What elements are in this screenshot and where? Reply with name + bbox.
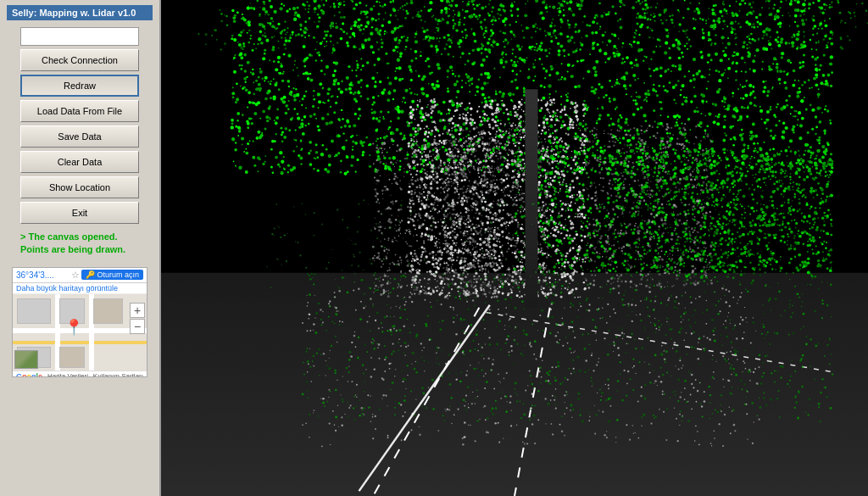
left-panel: Selly: Mapping w. Lidar v1.0 Check Conne… <box>0 0 161 496</box>
check-connection-button[interactable]: Check Connection <box>20 49 139 71</box>
clear-data-button[interactable]: Clear Data <box>20 151 139 173</box>
map-larger-link[interactable]: Daha büyük haritayı görüntüle <box>13 283 147 294</box>
map-data-label: Harita Verileri <box>47 372 88 377</box>
exit-button[interactable]: Exit <box>20 202 139 224</box>
map-thumbnail <box>14 350 38 369</box>
redraw-button[interactable]: Redraw <box>20 75 139 97</box>
map-zoom-controls: + − <box>130 303 145 334</box>
map-widget: 36°34'3.... ☆ 🔑 Oturum açın Daha büyük h… <box>12 267 147 377</box>
map-footer: Google Harita Verileri Kullanım Şartları <box>13 371 147 377</box>
status-message: > The canvas opened. Points are being dr… <box>20 227 139 260</box>
oturum-button[interactable]: 🔑 Oturum açın <box>81 270 143 280</box>
map-coordinates: 36°34'3.... <box>16 270 70 280</box>
app-title: Selly: Mapping w. Lidar v1.0 <box>7 5 153 20</box>
lidar-canvas <box>161 0 868 496</box>
show-location-button[interactable]: Show Location <box>20 176 139 198</box>
lidar-view <box>161 0 868 496</box>
zoom-in-button[interactable]: + <box>130 303 145 318</box>
map-marker: 📍 <box>64 318 83 337</box>
map-star-icon: ☆ <box>71 270 80 281</box>
google-logo: Google <box>16 372 42 377</box>
map-body: 📍 + − <box>13 294 147 371</box>
map-terms-label: Kullanım Şartları <box>93 372 143 377</box>
text-input[interactable] <box>20 27 139 46</box>
load-data-button[interactable]: Load Data From File <box>20 100 139 122</box>
save-data-button[interactable]: Save Data <box>20 125 139 148</box>
zoom-out-button[interactable]: − <box>130 319 145 334</box>
